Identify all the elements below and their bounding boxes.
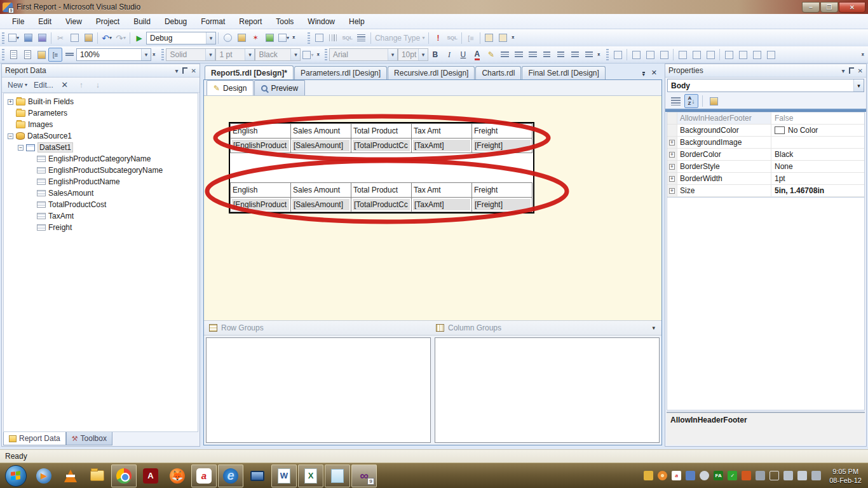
toolbar-grip[interactable]	[2, 32, 4, 44]
taskbar-firefox-icon[interactable]: 🦊	[165, 464, 190, 487]
taskbar-notepad-icon[interactable]	[325, 464, 350, 487]
doc-tab-recursive[interactable]: Recursive.rdl [Design]	[388, 66, 475, 79]
decrease-indent-button[interactable]	[568, 48, 582, 62]
expand-plus-icon[interactable]: +	[8, 99, 13, 105]
pin-icon[interactable]	[849, 67, 854, 74]
selected-object-combo[interactable]: Body ▾	[667, 79, 864, 92]
taskbar-avira-icon[interactable]: a	[191, 464, 217, 487]
tablix-2[interactable]: English Sales Amount Total Product Tax A…	[230, 182, 532, 212]
align-middles-button[interactable]	[643, 48, 657, 62]
taskbar-clock[interactable]: 9:05 PM 08-Feb-12	[829, 467, 862, 485]
menu-help[interactable]: Help	[342, 15, 372, 28]
toolbar-overflow-button[interactable]: ▾–	[153, 53, 155, 57]
start-debugging-button[interactable]: ▶	[132, 31, 146, 45]
tray-picasa-icon[interactable]	[658, 471, 667, 480]
toolbar-grip[interactable]	[325, 49, 327, 60]
tray-usb-safely-remove-icon[interactable]	[756, 471, 765, 480]
header-cell[interactable]: Total Product	[351, 183, 412, 198]
zoom-combo[interactable]: 100%▾	[76, 48, 151, 61]
menu-report[interactable]: Report	[232, 15, 269, 28]
tab-toolbox[interactable]: ⚒ Toolbox	[66, 432, 112, 445]
move-up-button[interactable]: ↑	[74, 79, 88, 92]
vertical-spacing-button[interactable]	[736, 48, 750, 62]
report-data-toggle-button[interactable]: [≡	[48, 48, 62, 62]
tab-preview[interactable]: Preview	[254, 80, 305, 95]
tablix-1[interactable]: English Sales Amount Total Product Tax A…	[230, 123, 532, 153]
data-cell[interactable]: [TaxAmt]	[412, 139, 472, 153]
tree-item-field[interactable]: TotalProductCost	[4, 199, 198, 210]
tray-security-lock-icon[interactable]	[644, 471, 653, 480]
toolbar-overflow-button[interactable]: ▾–	[316, 53, 319, 57]
property-row-size[interactable]: + Size 5in, 1.46708in	[667, 185, 864, 197]
toolbar-overflow-button[interactable]: ▾–	[292, 36, 295, 39]
toolbar-overflow-button[interactable]: ▾–	[597, 53, 600, 57]
close-icon[interactable]: ✕	[858, 67, 863, 74]
property-row-backgroundimage[interactable]: + BackgroundImage	[667, 137, 864, 149]
header-cell[interactable]: English	[231, 124, 291, 139]
data-cell[interactable]: [SalesAmount]	[291, 198, 351, 212]
grouping-options-chevron-icon[interactable]: ▾	[652, 325, 661, 331]
data-cell[interactable]: [TaxAmt]	[412, 198, 472, 212]
toolbar-grip[interactable]	[606, 49, 609, 60]
report-properties-button[interactable]	[34, 48, 48, 62]
horizontal-spacing-button[interactable]	[722, 48, 736, 62]
menu-edit[interactable]: Edit	[31, 15, 58, 28]
tree-item-built-in-fields[interactable]: + Built-in Fields	[4, 96, 198, 107]
border-width-combo[interactable]: 1 pt▾	[215, 48, 255, 61]
header-cell[interactable]: Freight	[472, 183, 532, 198]
borders-button[interactable]: ▾	[301, 48, 315, 62]
start-button[interactable]	[5, 465, 27, 487]
border-color-combo[interactable]: Black▾	[255, 48, 301, 61]
save-all-button[interactable]	[35, 31, 49, 45]
property-row-backgroundcolor[interactable]: BackgroundColor No Color	[667, 125, 864, 137]
properties-window-button[interactable]	[234, 31, 248, 45]
align-bottoms-button[interactable]	[657, 48, 671, 62]
delete-button[interactable]: ✕	[58, 79, 72, 92]
cut-button[interactable]: ✂	[53, 31, 67, 45]
redo-button[interactable]: ↷▾	[114, 31, 128, 45]
expand-plus-icon[interactable]: +	[669, 164, 675, 170]
expand-plus-icon[interactable]: +	[669, 176, 675, 182]
collapse-minus-icon[interactable]: −	[18, 145, 24, 151]
menu-view[interactable]: View	[58, 15, 89, 28]
data-cell[interactable]: [EnglishProduct	[231, 139, 291, 153]
underline-button[interactable]: U	[456, 48, 470, 62]
tree-item-field[interactable]: TaxAmt	[4, 210, 198, 222]
tray-remote-session-icon[interactable]	[686, 471, 695, 480]
tray-avira-icon[interactable]: a	[672, 471, 681, 480]
tree-item-images[interactable]: Images	[4, 119, 198, 130]
add-table-button[interactable]	[482, 31, 496, 45]
italic-button[interactable]: I	[442, 48, 456, 62]
add-derived-table-button[interactable]	[496, 31, 510, 45]
expand-plus-icon[interactable]: +	[669, 140, 675, 146]
tray-power-icon[interactable]	[811, 471, 821, 480]
column-groups-pane[interactable]	[435, 337, 660, 443]
center-horizontal-button[interactable]	[750, 48, 764, 62]
toolbar-grip[interactable]	[2, 49, 4, 60]
align-center-button[interactable]	[512, 48, 526, 62]
tree-item-dataset1[interactable]: − DataSet1	[4, 142, 198, 153]
paste-button[interactable]	[81, 31, 95, 45]
toolbar-grip[interactable]	[308, 32, 310, 44]
menu-debug[interactable]: Debug	[158, 15, 194, 28]
same-height-button[interactable]	[689, 48, 703, 62]
move-down-button[interactable]: ↓	[91, 79, 105, 92]
show-grid-pane-button[interactable]	[326, 31, 340, 45]
doc-tab-report5[interactable]: Report5.rdl [Design]*	[205, 65, 294, 79]
menu-window[interactable]: Window	[301, 15, 342, 28]
close-button[interactable]: ✕	[839, 2, 865, 13]
row-groups-pane[interactable]	[206, 337, 431, 443]
align-left-button[interactable]	[498, 48, 512, 62]
bullet-list-button[interactable]	[554, 48, 568, 62]
property-row-allowinheaderfooter[interactable]: AllowInHeaderFooter False	[667, 112, 864, 125]
menu-tools[interactable]: Tools	[269, 15, 301, 28]
menu-project[interactable]: Project	[89, 15, 126, 28]
categorized-button[interactable]	[668, 94, 682, 108]
window-position-chevron-icon[interactable]: ▾	[842, 67, 845, 74]
data-cell[interactable]: [Freight]	[472, 198, 532, 212]
property-row-borderwidth[interactable]: + BorderWidth 1pt	[667, 173, 864, 185]
tray-volume-orange-icon[interactable]	[742, 471, 751, 480]
font-color-button[interactable]: A	[470, 48, 484, 62]
property-pages-button[interactable]	[707, 94, 721, 108]
ruler-toggle-button[interactable]	[62, 48, 76, 62]
